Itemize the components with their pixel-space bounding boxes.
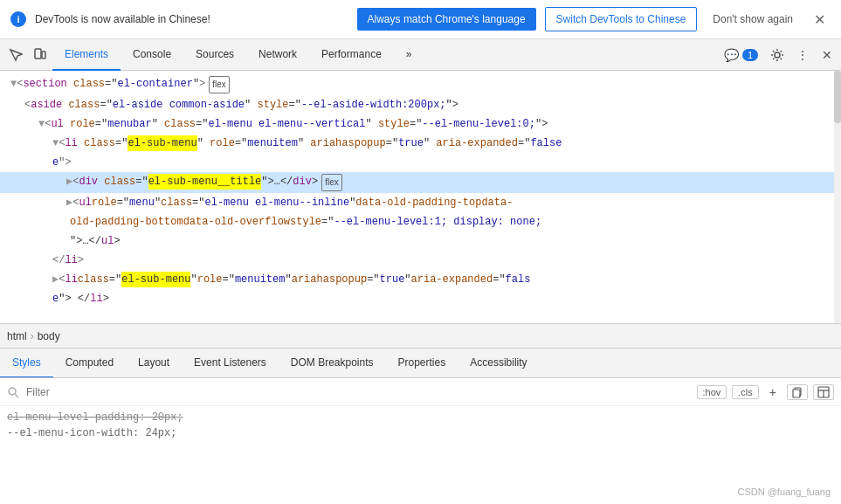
tab-console[interactable]: Console <box>121 39 183 71</box>
toolbar-right: 💬 1 ⋮ ✕ <box>719 45 838 66</box>
cls-button[interactable]: .cls <box>732 385 759 399</box>
add-style-button[interactable]: + <box>764 384 782 400</box>
close-devtools-button[interactable]: ✕ <box>817 45 838 66</box>
dom-line[interactable]: ▶ <ul role="menu" class="el-menu el-menu… <box>0 193 841 212</box>
svg-line-4 <box>16 394 19 397</box>
devtools-toolbar: Elements Console Sources Network Perform… <box>0 39 841 71</box>
close-icon: ✕ <box>822 48 832 62</box>
breadcrumb: html › body <box>0 324 841 349</box>
dismiss-button[interactable]: Don't show again <box>706 10 800 29</box>
copy-icon <box>791 386 803 398</box>
device-toolbar-button[interactable] <box>28 45 52 66</box>
device-icon <box>33 48 47 62</box>
copy-style-button[interactable] <box>787 384 808 400</box>
dom-line[interactable]: ▼ <li class="el-sub-menu" role="menuitem… <box>0 134 841 153</box>
more-options-button[interactable]: ⋮ <box>791 45 815 66</box>
breadcrumb-body[interactable]: body <box>38 330 60 342</box>
scrollbar[interactable] <box>834 71 841 323</box>
dom-line[interactable]: <aside class="el-aside common-aside" sty… <box>0 95 841 114</box>
dom-line[interactable]: e"> </li> <box>0 289 841 308</box>
watermark: CSDN @fuang_fuang <box>737 487 831 497</box>
cursor-icon <box>9 48 23 62</box>
svg-rect-0 <box>35 49 41 59</box>
svg-point-3 <box>9 388 16 395</box>
inspect-element-button[interactable] <box>3 45 28 66</box>
svg-rect-1 <box>42 52 45 59</box>
svg-point-2 <box>775 52 780 58</box>
switch-chinese-button[interactable]: Switch DevTools to Chinese <box>545 7 698 31</box>
dom-line[interactable]: ">…</ul> <box>0 231 841 251</box>
tab-accessibility[interactable]: Accessibility <box>458 349 539 378</box>
tab-performance[interactable]: Performance <box>309 39 394 71</box>
notification-text: DevTools is now available in Chinese! <box>35 13 348 25</box>
styles-panel: el-menu-level-padding: 20px; --el-menu-i… <box>0 406 841 504</box>
hov-button[interactable]: :hov <box>697 385 727 399</box>
breadcrumb-html[interactable]: html <box>7 330 27 342</box>
tab-network[interactable]: Network <box>246 39 309 71</box>
devtools-window: i DevTools is now available in Chinese! … <box>0 0 841 504</box>
dom-line[interactable]: ▼ <ul role="menubar" class="el-menu el-m… <box>0 114 841 134</box>
tab-elements[interactable]: Elements <box>52 39 121 71</box>
flex-badge: flex <box>209 76 230 93</box>
tab-event-listeners[interactable]: Event Listeners <box>182 349 279 378</box>
filter-icon <box>7 386 19 398</box>
dom-line[interactable]: ▼ <section class="el-container" > flex <box>0 74 841 95</box>
dom-line[interactable]: </li> <box>0 251 841 270</box>
messages-button[interactable]: 💬 1 <box>719 45 763 66</box>
dom-line[interactable]: old-padding-bottom data-old-overflow sty… <box>0 212 841 231</box>
dom-line[interactable]: e"> <box>0 153 841 172</box>
flex-badge-2: flex <box>321 174 342 191</box>
layout-icon <box>817 386 830 398</box>
dom-viewer[interactable]: ▼ <section class="el-container" > flex <… <box>0 71 841 324</box>
tab-layout[interactable]: Layout <box>126 349 182 378</box>
settings-button[interactable] <box>765 45 789 66</box>
dom-line[interactable]: ▶ <div class="el-sub-menu__title">…</div… <box>0 172 841 193</box>
styles-content: el-menu-level-padding: 20px; --el-menu-i… <box>0 406 841 445</box>
svg-rect-5 <box>793 390 800 397</box>
filter-bar: :hov .cls + <box>0 378 841 406</box>
close-notification-button[interactable]: ✕ <box>809 10 831 30</box>
info-icon: i <box>10 11 26 27</box>
tab-sources[interactable]: Sources <box>183 39 246 71</box>
message-badge: 1 <box>742 49 758 61</box>
filter-input[interactable] <box>26 386 690 398</box>
tab-properties[interactable]: Properties <box>386 349 458 378</box>
match-language-button[interactable]: Always match Chrome's language <box>357 8 536 31</box>
tab-styles[interactable]: Styles <box>0 349 53 378</box>
gear-icon <box>770 48 784 62</box>
dots-icon: ⋮ <box>796 48 810 62</box>
layout-style-button[interactable] <box>813 384 834 400</box>
style-line-2: --el-menu-icon-width: 24px; <box>7 425 834 441</box>
tab-computed[interactable]: Computed <box>53 349 126 378</box>
style-line-1: el-menu-level-padding: 20px; <box>7 410 834 425</box>
notification-bar: i DevTools is now available in Chinese! … <box>0 0 841 39</box>
tab-more[interactable]: » <box>394 39 424 71</box>
panel-tabs: Styles Computed Layout Event Listeners D… <box>0 349 841 378</box>
filter-actions: :hov .cls + <box>697 384 834 400</box>
dom-line[interactable]: ▶ <li class="el-sub-menu" role="menuitem… <box>0 270 841 289</box>
scrollbar-thumb[interactable] <box>834 71 841 123</box>
tab-dom-breakpoints[interactable]: DOM Breakpoints <box>279 349 386 378</box>
